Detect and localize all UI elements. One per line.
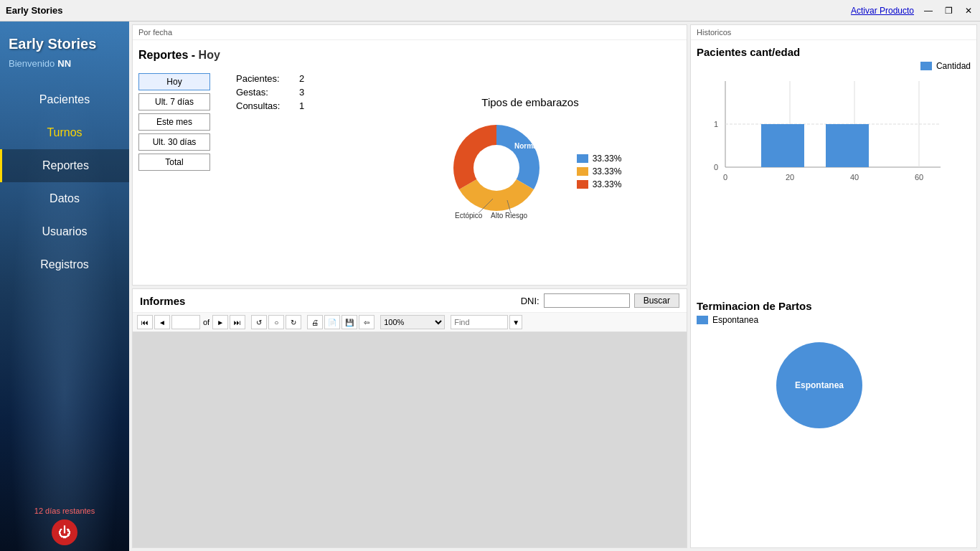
historicos-label: Historicos: [691, 25, 976, 40]
report-toolbar: ⏮ ◄ of ► ⏭ ↺ ○ ↻ 🖨 📄 💾 ⇦: [133, 313, 687, 332]
next-page-button[interactable]: ►: [212, 315, 228, 329]
reports-left: Reportes - Hoy Hoy Ult. 7 días Este mes …: [138, 46, 368, 279]
svg-rect-19: [826, 124, 869, 167]
stop-button[interactable]: ○: [268, 315, 284, 329]
report-body: [133, 332, 687, 547]
sidebar-item-registros[interactable]: Registros: [0, 248, 129, 281]
sidebar-title: Early Stories: [0, 22, 129, 58]
svg-rect-18: [761, 124, 804, 167]
reports-panel: Por fecha Reportes - Hoy Hoy Ult. 7 días: [132, 24, 687, 286]
print-preview-button[interactable]: 📄: [324, 315, 340, 329]
filter-buttons: Hoy Ult. 7 días Este mes Ult. 30 días To…: [138, 73, 210, 171]
svg-text:40: 40: [850, 173, 859, 182]
informes-header: Informes DNI: Buscar: [133, 289, 687, 313]
legend-normal-color: [577, 154, 588, 163]
bar-chart-title: Pacientes cant/edad: [697, 46, 971, 58]
svg-text:0: 0: [723, 173, 727, 182]
legend-normal-text: 33.33%: [593, 154, 622, 164]
filter-30dias[interactable]: Ult. 30 días: [138, 133, 210, 151]
back-button[interactable]: ↺: [251, 315, 267, 329]
welcome-name: NN: [57, 58, 71, 69]
legend-altoriesgo-color: [577, 180, 588, 189]
pie-chart-title: Terminacion de Partos: [697, 300, 971, 312]
export-button[interactable]: 💾: [341, 315, 357, 329]
bar-legend-color: [920, 62, 932, 70]
prev-page-button[interactable]: ◄: [154, 315, 170, 329]
maximize-button[interactable]: ❐: [943, 5, 954, 17]
sidebar-nav: Pacientes Turnos Reportes Datos Usuarios…: [0, 83, 129, 501]
print-button[interactable]: 🖨: [307, 315, 323, 329]
svg-text:0: 0: [714, 163, 718, 171]
power-button[interactable]: ⏻: [52, 519, 77, 545]
svg-text:20: 20: [786, 173, 794, 182]
app-layout: Early Stories Bienvenido NN Pacientes Tu…: [0, 22, 980, 551]
title-bar-controls: Activar Producto ― ❐ ✕: [851, 5, 974, 17]
top-section: Por fecha Reportes - Hoy Hoy Ult. 7 días: [129, 22, 980, 551]
refresh-button[interactable]: ↻: [286, 315, 301, 329]
sidebar-welcome: Bienvenido NN: [0, 58, 129, 83]
bar-chart-svg: 0 1 0 20 40 60: [697, 74, 955, 189]
stat-consultas-label: Consultas:: [236, 100, 293, 111]
app-title: Early Stories: [6, 5, 63, 16]
activate-product-link[interactable]: Activar Producto: [851, 6, 914, 16]
sidebar-item-datos[interactable]: Datos: [0, 182, 129, 215]
svg-text:60: 60: [915, 173, 923, 182]
stat-gestas: Gestas: 3: [236, 87, 304, 98]
donut-chart-title: Tipos de embarazos: [481, 96, 578, 108]
page-input[interactable]: [171, 315, 200, 329]
stats-section: Pacientes: 2 Gestas: 3 Consultas:: [236, 73, 304, 176]
legend-ectopico: 33.33%: [577, 166, 622, 176]
close-button[interactable]: ✕: [963, 5, 974, 17]
legend-ectopico-color: [577, 167, 588, 176]
pie-chart-container: Espontanea: [697, 328, 971, 435]
legend-normal: 33.33%: [577, 154, 622, 164]
filter-7dias[interactable]: Ult. 7 días: [138, 93, 210, 110]
chart-with-legend: Normal Ectópico Alto Riesgo: [439, 114, 622, 229]
stat-consultas-value: 1: [299, 100, 304, 111]
panel-label: Por fecha: [133, 25, 687, 40]
last-page-button[interactable]: ⏭: [230, 315, 245, 329]
filter-total[interactable]: Total: [138, 154, 210, 171]
legend-ectopico-text: 33.33%: [593, 166, 622, 176]
sidebar-item-reportes[interactable]: Reportes: [0, 149, 129, 182]
dni-input[interactable]: [544, 293, 630, 308]
historicos-panel: Historicos Pacientes cant/edad Cantidad: [690, 24, 977, 548]
stat-gestas-value: 3: [299, 87, 304, 98]
first-page-button[interactable]: ⏮: [137, 315, 153, 329]
svg-text:1: 1: [714, 120, 718, 128]
bar-legend-label: Cantidad: [936, 61, 971, 71]
pie-legend-color: [697, 316, 708, 324]
sidebar-footer: 12 días restantes ⏻: [0, 501, 129, 551]
stat-pacientes: Pacientes: 2: [236, 73, 304, 84]
dni-label: DNI:: [521, 296, 540, 306]
reports-period: Hoy: [199, 49, 220, 61]
sidebar-item-usuarios[interactable]: Usuarios: [0, 215, 129, 248]
pie-legend-label: Espontanea: [712, 315, 758, 325]
stat-pacientes-label: Pacientes:: [236, 73, 293, 84]
buscar-button[interactable]: Buscar: [634, 293, 679, 308]
svg-text:Normal: Normal: [514, 142, 540, 150]
sidebar-item-turnos[interactable]: Turnos: [0, 116, 129, 149]
filter-hoy[interactable]: Hoy: [138, 73, 210, 90]
bar-chart-section: Pacientes cant/edad Cantidad: [697, 46, 971, 288]
sidebar-item-pacientes[interactable]: Pacientes: [0, 83, 129, 116]
title-bar: Early Stories Activar Producto ― ❐ ✕: [0, 0, 980, 22]
svg-text:Alto Riesgo: Alto Riesgo: [491, 212, 528, 220]
filter-estemes[interactable]: Este mes: [138, 113, 210, 131]
left-column: Por fecha Reportes - Hoy Hoy Ult. 7 días: [129, 22, 690, 551]
find-input[interactable]: [451, 315, 508, 329]
prev-result-button[interactable]: ⇦: [359, 315, 374, 329]
stat-pacientes-value: 2: [299, 73, 304, 84]
pie-legend: Espontanea: [697, 315, 971, 325]
sidebar: Early Stories Bienvenido NN Pacientes Tu…: [0, 22, 129, 551]
reports-label: Reportes -: [138, 49, 199, 61]
days-remaining: 12 días restantes: [34, 507, 95, 515]
zoom-select[interactable]: 100% 75% 50% 150%: [380, 315, 445, 329]
find-button[interactable]: ▼: [509, 315, 522, 329]
legend-altoriesgo-text: 33.33%: [593, 179, 622, 189]
minimize-button[interactable]: ―: [923, 5, 934, 17]
pie-chart-section: Terminacion de Partos Espontanea Esponta…: [697, 300, 971, 542]
svg-text:Espontanea: Espontanea: [795, 380, 844, 390]
donut-chart: Normal Ectópico Alto Riesgo: [439, 114, 568, 229]
svg-point-0: [473, 145, 519, 191]
